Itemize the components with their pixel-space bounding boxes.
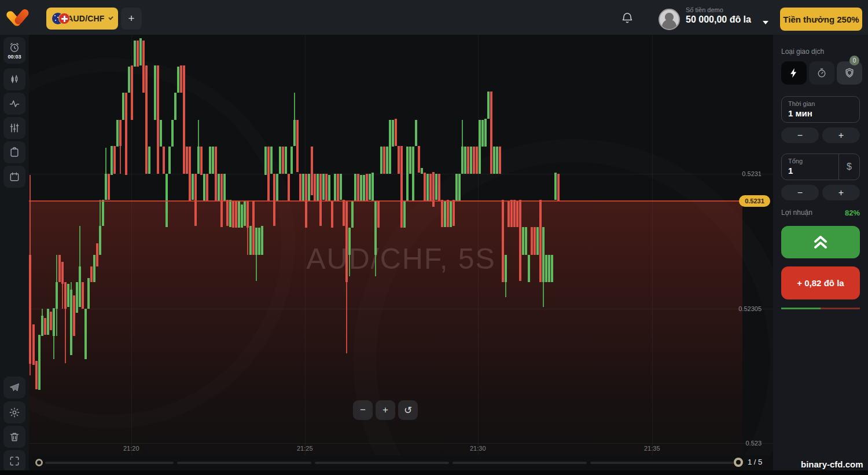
trading-app: AUD/CHF, 5S 0.5231 0.52310.523050.52321:…: [0, 0, 868, 475]
current-price-line: [29, 200, 742, 202]
candle-wick: [71, 282, 72, 290]
candle: [453, 200, 455, 226]
scrubber-track[interactable]: [177, 462, 311, 464]
scrubber-track[interactable]: [315, 462, 449, 464]
amount-decrease-button[interactable]: −: [781, 185, 819, 200]
candle: [484, 119, 487, 147]
indicators-button[interactable]: [3, 117, 25, 139]
trade-type-timer-button[interactable]: [809, 61, 834, 85]
bonus-button[interactable]: Tiền thưởng 250%: [780, 8, 862, 31]
candle: [183, 65, 185, 174]
candle: [41, 316, 43, 336]
candle-wick: [543, 282, 544, 307]
amount-field[interactable]: Tổng 1 $: [781, 154, 860, 180]
candle: [299, 174, 301, 201]
x-axis-label: 21:35: [644, 445, 660, 452]
add-asset-button[interactable]: +: [121, 8, 142, 30]
candle-wick: [53, 336, 54, 359]
brand-watermark: binary-cfd.com: [801, 459, 863, 469]
candle: [302, 174, 304, 201]
amount-stepper: − +: [781, 185, 860, 200]
zoom-in-button[interactable]: +: [376, 400, 395, 420]
line-chart-button[interactable]: [3, 93, 25, 115]
candle: [554, 173, 557, 200]
candle: [308, 174, 310, 201]
amount-increase-button[interactable]: +: [822, 185, 860, 200]
candle: [369, 174, 371, 200]
scrubber-left-handle[interactable]: [35, 459, 43, 466]
expiry-time-value: 1 мин: [788, 108, 859, 118]
settings-gear-button[interactable]: [3, 401, 25, 423]
trade-type-shield-button[interactable]: [837, 61, 862, 85]
candle: [171, 120, 174, 147]
candle: [226, 200, 229, 226]
app-logo-icon[interactable]: [8, 8, 29, 27]
zoom-reset-button[interactable]: ↺: [398, 400, 418, 420]
profit-value: 82%: [845, 209, 860, 217]
candle-wick: [294, 93, 295, 120]
candle: [409, 147, 411, 174]
orders-clipboard-button[interactable]: [3, 141, 25, 163]
trash-button[interactable]: [3, 426, 25, 448]
candle-wick: [56, 255, 57, 282]
zoom-out-button[interactable]: −: [353, 400, 373, 420]
candle: [510, 200, 513, 227]
candle: [438, 174, 440, 201]
scrubber-track[interactable]: [45, 462, 174, 464]
chart-area[interactable]: AUD/CHF, 5S 0.5231 0.52310.523050.52321:…: [29, 35, 773, 455]
candle: [229, 200, 231, 227]
trade-type-quick-button[interactable]: [781, 61, 807, 85]
chart-type-button[interactable]: [3, 68, 25, 90]
candle: [163, 147, 165, 174]
candle: [383, 147, 385, 174]
candle: [421, 168, 423, 174]
candle: [82, 282, 84, 309]
candle: [96, 243, 98, 266]
candle: [354, 174, 356, 201]
candle: [325, 174, 328, 201]
scrubber-right-handle[interactable]: [734, 458, 743, 467]
candle: [76, 282, 78, 313]
candle: [444, 201, 446, 227]
candle: [258, 228, 260, 255]
expiry-time-field[interactable]: Thời gian 1 мин: [781, 96, 860, 123]
candle: [374, 201, 377, 255]
candle: [218, 174, 220, 201]
time-increase-button[interactable]: +: [822, 127, 860, 143]
scrubber-track[interactable]: [453, 462, 587, 464]
time-decrease-button[interactable]: −: [781, 127, 819, 143]
asset-pair-selector[interactable]: AUD/CHF: [46, 8, 118, 30]
candle: [177, 67, 179, 93]
candle: [536, 227, 539, 255]
left-toolbar: 00:03: [0, 35, 29, 475]
account-switcher[interactable]: Số tiền demo 50 000,00 đô la: [686, 6, 751, 25]
candle: [398, 146, 400, 174]
candle: [35, 361, 38, 389]
trade-timer-button[interactable]: 00:03: [3, 37, 25, 64]
candle: [276, 174, 278, 201]
candle-wick: [100, 200, 101, 226]
candle-wick: [56, 309, 57, 336]
candle: [84, 309, 87, 359]
fullscreen-button[interactable]: [3, 450, 25, 472]
notifications-bell-icon[interactable]: [620, 11, 634, 25]
chart-zoom-controls: − + ↺: [353, 400, 418, 420]
candle: [288, 174, 290, 201]
buy-higher-button[interactable]: [781, 226, 860, 258]
telegram-button[interactable]: [3, 377, 25, 399]
scrubber-track[interactable]: [590, 462, 734, 464]
candle: [447, 200, 449, 227]
candle: [139, 38, 142, 65]
avatar[interactable]: [659, 9, 680, 30]
candle: [116, 120, 119, 147]
account-type-label: Số tiền demo: [686, 6, 751, 13]
candle: [137, 41, 139, 67]
y-axis-label: 0.523: [745, 440, 762, 447]
candle: [102, 200, 104, 226]
candle: [519, 200, 521, 281]
y-axis-label: 0.52305: [738, 305, 762, 312]
candle: [273, 174, 275, 226]
candle: [113, 146, 116, 174]
sell-lower-button[interactable]: + 0,82 đô la: [781, 266, 860, 299]
calendar-button[interactable]: [3, 166, 25, 188]
